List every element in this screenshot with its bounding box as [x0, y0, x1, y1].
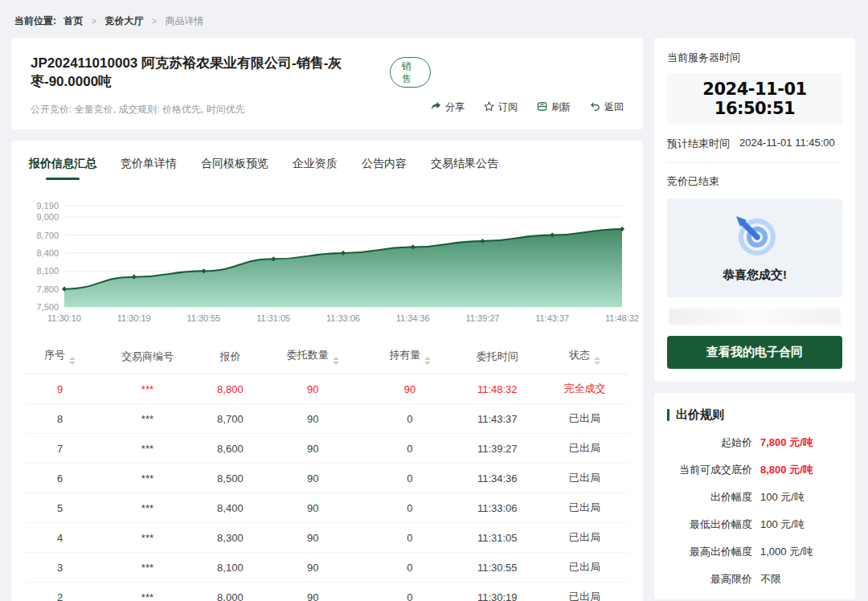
action-label: 分享: [445, 100, 465, 114]
table-cell: ***: [94, 434, 200, 464]
share-icon: [431, 101, 441, 114]
end-time-value: 2024-11-01 11:45:00: [739, 137, 835, 151]
svg-text:11:39:27: 11:39:27: [465, 313, 499, 323]
svg-text:8,700: 8,700: [36, 231, 59, 240]
table-cell: ***: [94, 374, 200, 404]
listing-header-info: JP202411010003 阿克苏裕农果业有限公司-销售-灰枣-90.0000…: [31, 54, 431, 117]
rule-value: 100 元/吨: [760, 517, 805, 532]
svg-text:11:30:19: 11:30:19: [117, 313, 151, 323]
end-time-row: 预计结束时间 2024-11-01 11:45:00: [667, 137, 842, 163]
rule-row-3: 最低出价幅度100 元/吨: [667, 517, 842, 532]
column-header-4[interactable]: 持有量: [366, 339, 454, 374]
table-cell: 11:43:37: [453, 404, 541, 434]
action-back[interactable]: 返回: [590, 100, 624, 114]
table-cell: 已出局: [541, 464, 628, 493]
table-cell: 8,300: [201, 523, 260, 553]
tab-0[interactable]: 报价信息汇总: [29, 157, 96, 180]
action-refresh[interactable]: 刷新: [537, 100, 571, 114]
column-header-1: 交易商编号: [94, 339, 200, 374]
table-cell: 11:34:36: [453, 464, 541, 493]
svg-text:11:30:55: 11:30:55: [186, 313, 220, 323]
table-cell: 4: [26, 523, 94, 553]
tab-2[interactable]: 合同模板预览: [201, 157, 268, 180]
table-cell: 90: [260, 523, 366, 553]
table-cell: 11:30:19: [453, 583, 541, 601]
header-actions: 分享订阅刷新返回: [431, 54, 624, 117]
tab-4[interactable]: 公告内容: [362, 157, 407, 180]
server-time-display: 2024-11-01 16:50:51: [667, 73, 842, 124]
sort-icon[interactable]: [594, 357, 600, 365]
rule-label: 最低出价幅度: [667, 517, 752, 532]
page: 当前位置: 首页 > 竞价大厅 > 商品详情 JP202411010003 阿克…: [0, 0, 868, 601]
table-row: 7***8,60090011:39:27已出局: [26, 434, 628, 464]
table-cell: 2: [26, 583, 94, 601]
table-cell: 0: [366, 553, 454, 583]
breadcrumb: 当前位置: 首页 > 竞价大厅 > 商品详情: [14, 14, 854, 28]
table-cell: 90: [260, 493, 366, 523]
table-row: 9***8,800909011:48:32完全成交: [26, 374, 628, 404]
svg-text:7,500: 7,500: [36, 302, 59, 312]
rule-label: 最高限价: [667, 572, 752, 587]
listing-header-card: JP202411010003 阿克苏裕农果业有限公司-销售-灰枣-90.0000…: [11, 38, 643, 129]
sort-icon[interactable]: [333, 357, 339, 365]
deal-result-text: 恭喜您成交!: [723, 268, 787, 283]
table-cell: 11:33:06: [453, 493, 541, 523]
rule-row-0: 起始价7,800 元/吨: [667, 435, 842, 450]
table-cell: 0: [366, 583, 454, 601]
column-header-0[interactable]: 序号: [26, 339, 94, 374]
tab-3[interactable]: 企业资质: [293, 157, 338, 180]
rule-label: 起始价: [667, 435, 752, 450]
action-share[interactable]: 分享: [431, 100, 465, 114]
sort-icon[interactable]: [424, 357, 431, 365]
table-cell: 3: [26, 553, 94, 583]
rule-label: 当前可成交底价: [667, 463, 752, 477]
table-cell: 11:30:55: [453, 553, 541, 583]
svg-text:11:30:10: 11:30:10: [47, 313, 81, 323]
svg-text:9,000: 9,000: [36, 212, 59, 222]
table-cell: 已出局: [541, 434, 628, 464]
breadcrumb-home-link[interactable]: 首页: [63, 15, 83, 27]
action-star[interactable]: 订阅: [484, 100, 518, 114]
column-header-3[interactable]: 委托数量: [260, 339, 366, 374]
table-cell: 90: [260, 404, 366, 434]
table-cell: 0: [366, 464, 454, 493]
table-cell: 11:48:32: [453, 374, 541, 404]
sort-icon[interactable]: [69, 357, 76, 365]
column-header-6[interactable]: 状态: [541, 339, 628, 374]
bid-table-head: 序号交易商编号报价委托数量持有量委托时间状态: [26, 339, 628, 374]
sale-type-badge: 销售: [390, 57, 431, 88]
table-cell: 6: [26, 464, 94, 493]
breadcrumb-separator: >: [92, 16, 96, 26]
table-cell: 8,600: [201, 434, 260, 464]
table-cell: 90: [260, 553, 366, 583]
rule-label: 最高出价幅度: [667, 545, 752, 559]
price-trend-chart: 7,5007,8008,1008,4008,7009,0009,19011:30…: [26, 199, 628, 331]
bid-table-body: 9***8,800909011:48:32完全成交8***8,70090011:…: [26, 374, 628, 601]
auction-rules-subtitle: 公开竞价: 全量竞价, 成交规则: 价格优先, 时间优先: [31, 103, 431, 117]
svg-text:11:34:36: 11:34:36: [396, 313, 430, 323]
table-cell: 0: [366, 434, 454, 464]
table-cell: 已出局: [541, 523, 628, 553]
star-icon: [484, 101, 494, 114]
view-contract-button[interactable]: 查看我的电子合同: [667, 336, 842, 369]
table-cell: 已出局: [541, 404, 628, 434]
table-cell: 已出局: [541, 553, 628, 583]
rule-row-2: 出价幅度100 元/吨: [667, 490, 842, 505]
svg-text:8,100: 8,100: [36, 266, 59, 276]
svg-text:11:43:37: 11:43:37: [535, 313, 569, 323]
tab-1[interactable]: 竞价单详情: [121, 157, 177, 180]
deal-result-box: 恭喜您成交!: [667, 198, 842, 297]
breadcrumb-prefix: 当前位置:: [14, 15, 56, 27]
page-title: JP202411010003 阿克苏裕农果业有限公司-销售-灰枣-90.0000…: [31, 54, 380, 91]
auction-status-card: 当前服务器时间 2024-11-01 16:50:51 预计结束时间 2024-…: [654, 38, 855, 382]
table-cell: 8,800: [201, 374, 260, 404]
table-cell: ***: [94, 553, 200, 583]
breadcrumb-current: 商品详情: [166, 15, 204, 27]
breadcrumb-hall-link[interactable]: 竞价大厅: [104, 15, 143, 27]
table-cell: 8,400: [201, 493, 260, 523]
tab-5[interactable]: 交易结果公告: [431, 157, 498, 180]
table-cell: 8: [26, 404, 94, 434]
rule-value: 100 元/吨: [760, 490, 805, 505]
target-dart-icon: [731, 211, 778, 261]
bid-rules-title-row: 出价规则: [667, 407, 842, 423]
